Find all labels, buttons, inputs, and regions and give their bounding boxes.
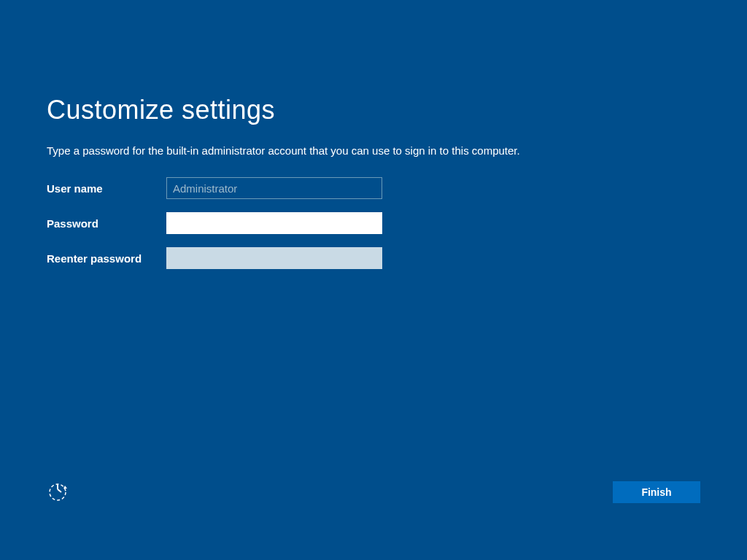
finish-button[interactable]: Finish	[613, 481, 700, 503]
main-container: Customize settings Type a password for t…	[0, 0, 747, 269]
reenter-password-label: Reenter password	[47, 252, 166, 265]
reenter-password-input[interactable]	[166, 247, 382, 269]
username-input	[166, 177, 382, 199]
password-row: Password	[47, 212, 700, 234]
username-row: User name	[47, 177, 700, 199]
password-input[interactable]	[166, 212, 382, 234]
ease-of-access-icon[interactable]	[47, 481, 69, 503]
page-description: Type a password for the built-in adminis…	[47, 144, 700, 157]
footer: Finish	[0, 481, 747, 503]
page-title: Customize settings	[47, 95, 700, 125]
username-label: User name	[47, 182, 166, 195]
reenter-password-row: Reenter password	[47, 247, 700, 269]
password-label: Password	[47, 217, 166, 230]
